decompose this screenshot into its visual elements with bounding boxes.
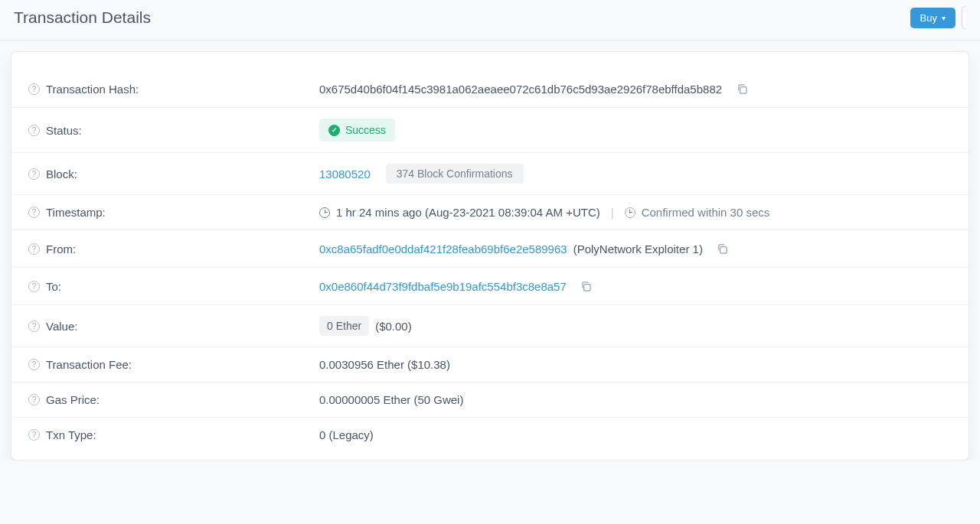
- status-text: Success: [345, 124, 386, 136]
- value-tx-hash: 0x675d40b6f04f145c3981a062aeaee072c61db7…: [319, 83, 722, 96]
- row-tx-hash: ? Transaction Hash: 0x675d40b6f04f145c39…: [11, 70, 969, 108]
- help-icon[interactable]: ?: [28, 429, 40, 441]
- row-txn-type: ? Txn Type: 0 (Legacy): [11, 418, 969, 452]
- label-status: Status:: [46, 124, 82, 137]
- label-to: To:: [46, 280, 61, 293]
- timestamp-confirmed: Confirmed within 30 secs: [642, 206, 770, 219]
- partial-button[interactable]: [962, 6, 966, 29]
- svg-rect-0: [740, 86, 746, 93]
- row-tx-fee: ? Transaction Fee: 0.0030956 Ether ($10.…: [11, 347, 969, 382]
- buy-button[interactable]: Buy ▾: [910, 8, 956, 28]
- buy-button-label: Buy: [920, 12, 937, 24]
- help-icon[interactable]: ?: [28, 83, 40, 95]
- label-tx-fee: Transaction Fee:: [46, 358, 132, 371]
- help-icon[interactable]: ?: [28, 243, 40, 255]
- separator: |: [611, 206, 614, 219]
- help-icon[interactable]: ?: [28, 394, 40, 405]
- block-number-link[interactable]: 13080520: [319, 168, 371, 181]
- value-tx-fee: 0.0030956 Ether ($10.38): [319, 358, 450, 371]
- label-timestamp: Timestamp:: [46, 206, 106, 219]
- row-to: ? To: 0x0e860f44d73f9fdbaf5e9b19afc554bf…: [11, 268, 969, 305]
- label-block: Block:: [46, 168, 77, 181]
- label-txn-type: Txn Type:: [46, 428, 96, 441]
- label-tx-hash: Transaction Hash:: [46, 83, 139, 96]
- status-badge: ✓ Success: [319, 119, 395, 142]
- from-label: (PolyNetwork Exploiter 1): [573, 242, 703, 255]
- help-icon[interactable]: ?: [28, 359, 40, 370]
- row-status: ? Status: ✓ Success: [11, 108, 969, 153]
- label-gas-price: Gas Price:: [46, 393, 100, 406]
- row-block: ? Block: 13080520 374 Block Confirmation…: [11, 153, 969, 195]
- copy-icon[interactable]: [715, 241, 730, 256]
- copy-icon[interactable]: [579, 278, 594, 294]
- row-value: ? Value: 0 Ether ($0.00): [11, 305, 969, 347]
- help-icon[interactable]: ?: [28, 168, 40, 180]
- value-amount-pill: 0 Ether: [319, 316, 369, 336]
- help-icon[interactable]: ?: [28, 281, 40, 292]
- transaction-card: ? Transaction Hash: 0x675d40b6f04f145c39…: [11, 51, 969, 461]
- from-address-link[interactable]: 0xc8a65fadf0e0ddaf421f28feab69bf6e2e5899…: [319, 242, 567, 255]
- svg-rect-1: [720, 246, 727, 252]
- svg-rect-2: [584, 284, 590, 290]
- check-icon: ✓: [328, 125, 340, 136]
- page-header: Transaction Details Buy ▾: [0, 0, 980, 41]
- row-from: ? From: 0xc8a65fadf0e0ddaf421f28feab69bf…: [11, 230, 969, 268]
- help-icon[interactable]: ?: [28, 207, 40, 218]
- chevron-down-icon: ▾: [942, 14, 946, 22]
- help-icon[interactable]: ?: [28, 321, 40, 332]
- timestamp-text: 1 hr 24 mins ago (Aug-23-2021 08:39:04 A…: [336, 206, 600, 219]
- value-txn-type: 0 (Legacy): [319, 428, 374, 441]
- row-gas-price: ? Gas Price: 0.00000005 Ether (50 Gwei): [11, 382, 969, 418]
- copy-icon[interactable]: [734, 81, 750, 96]
- help-icon[interactable]: ?: [28, 125, 40, 136]
- block-confirmations-pill: 374 Block Confirmations: [386, 164, 524, 184]
- clock-icon: [625, 207, 635, 218]
- value-usd: ($0.00): [375, 320, 412, 333]
- value-gas-price: 0.00000005 Ether (50 Gwei): [319, 393, 463, 406]
- page-title: Transaction Details: [14, 8, 151, 27]
- to-address-link[interactable]: 0x0e860f44d73f9fdbaf5e9b19afc554bf3c8e8a…: [319, 280, 567, 293]
- label-from: From:: [46, 242, 76, 255]
- label-value: Value:: [46, 320, 77, 333]
- row-timestamp: ? Timestamp: 1 hr 24 mins ago (Aug-23-20…: [11, 195, 969, 230]
- header-actions: Buy ▾: [910, 6, 966, 29]
- clock-icon: [319, 207, 330, 218]
